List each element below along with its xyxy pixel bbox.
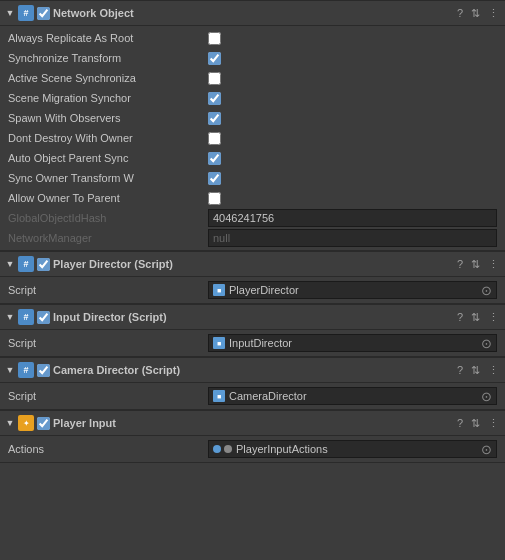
- row-auto-object-parent: Auto Object Parent Sync: [0, 148, 505, 168]
- input-director-chevron[interactable]: ▼: [4, 311, 16, 323]
- player-input-header: ▼ ✦ Player Input ? ⇅ ⋮: [0, 410, 505, 436]
- row-always-replicate: Always Replicate As Root: [0, 28, 505, 48]
- player-input-actions: ? ⇅ ⋮: [455, 416, 501, 431]
- camera-director-component: ▼ # Camera Director (Script) ? ⇅ ⋮ Scrip…: [0, 357, 505, 410]
- camera-director-help-btn[interactable]: ?: [455, 363, 465, 377]
- sync-transform-checkbox[interactable]: [208, 52, 221, 65]
- scene-migration-checkbox[interactable]: [208, 92, 221, 105]
- player-director-script-name: PlayerDirector: [229, 284, 475, 296]
- input-director-settings-btn[interactable]: ⇅: [469, 310, 482, 325]
- global-object-id-value: 4046241756: [208, 209, 497, 227]
- player-input-settings-btn[interactable]: ⇅: [469, 416, 482, 431]
- row-network-manager: NetworkManager null: [0, 228, 505, 248]
- camera-director-chevron[interactable]: ▼: [4, 364, 16, 376]
- dont-destroy-checkbox[interactable]: [208, 132, 221, 145]
- network-object-body: Always Replicate As Root Synchronize Tra…: [0, 26, 505, 250]
- active-scene-label: Active Scene Synchroniza: [8, 72, 208, 84]
- input-director-more-btn[interactable]: ⋮: [486, 310, 501, 325]
- player-director-component: ▼ # Player Director (Script) ? ⇅ ⋮ Scrip…: [0, 251, 505, 304]
- active-scene-checkbox[interactable]: [208, 72, 221, 85]
- sync-owner-transform-value: [208, 172, 497, 185]
- spawn-observers-label: Spawn With Observers: [8, 112, 208, 124]
- auto-object-parent-value: [208, 152, 497, 165]
- player-input-circle-btn[interactable]: ⊙: [481, 442, 492, 457]
- player-director-body: Script ■ PlayerDirector ⊙: [0, 277, 505, 303]
- row-active-scene: Active Scene Synchroniza: [0, 68, 505, 88]
- player-director-script-row: Script ■ PlayerDirector ⊙: [0, 279, 505, 301]
- player-input-help-btn[interactable]: ?: [455, 416, 465, 430]
- spawn-observers-checkbox[interactable]: [208, 112, 221, 125]
- camera-director-title: Camera Director (Script): [53, 364, 455, 376]
- player-input-enable-checkbox[interactable]: [37, 417, 50, 430]
- camera-director-actions: ? ⇅ ⋮: [455, 363, 501, 378]
- network-manager-value: null: [208, 229, 497, 247]
- input-director-title: Input Director (Script): [53, 311, 455, 323]
- camera-director-circle-btn[interactable]: ⊙: [481, 389, 492, 404]
- network-object-chevron[interactable]: ▼: [4, 7, 16, 19]
- global-object-id-field: 4046241756: [208, 209, 497, 227]
- player-director-more-btn[interactable]: ⋮: [486, 257, 501, 272]
- camera-director-settings-btn[interactable]: ⇅: [469, 363, 482, 378]
- row-allow-owner-parent: Allow Owner To Parent: [0, 188, 505, 208]
- player-director-header: ▼ # Player Director (Script) ? ⇅ ⋮: [0, 251, 505, 277]
- allow-owner-parent-label: Allow Owner To Parent: [8, 192, 208, 204]
- input-director-script-row: Script ■ InputDirector ⊙: [0, 332, 505, 354]
- player-input-body: Actions PlayerInputActions ⊙: [0, 436, 505, 462]
- player-director-circle-btn[interactable]: ⊙: [481, 283, 492, 298]
- camera-director-enable-checkbox[interactable]: [37, 364, 50, 377]
- player-director-enable-checkbox[interactable]: [37, 258, 50, 271]
- scene-migration-value: [208, 92, 497, 105]
- player-director-script-value[interactable]: ■ PlayerDirector ⊙: [208, 281, 497, 299]
- spawn-observers-value: [208, 112, 497, 125]
- sync-owner-transform-checkbox[interactable]: [208, 172, 221, 185]
- input-director-enable-checkbox[interactable]: [37, 311, 50, 324]
- auto-object-parent-checkbox[interactable]: [208, 152, 221, 165]
- network-object-more-btn[interactable]: ⋮: [486, 6, 501, 21]
- camera-director-icon: #: [18, 362, 34, 378]
- player-director-help-btn[interactable]: ?: [455, 257, 465, 271]
- camera-director-more-btn[interactable]: ⋮: [486, 363, 501, 378]
- player-director-chevron[interactable]: ▼: [4, 258, 16, 270]
- network-object-enable-checkbox[interactable]: [37, 7, 50, 20]
- action-dot-1: [213, 445, 221, 453]
- allow-owner-parent-value: [208, 192, 497, 205]
- global-object-id-label: GlobalObjectIdHash: [8, 212, 208, 224]
- network-object-help-btn[interactable]: ?: [455, 6, 465, 20]
- network-object-icon: #: [18, 5, 34, 21]
- camera-director-script-name: CameraDirector: [229, 390, 475, 402]
- camera-director-script-row: Script ■ CameraDirector ⊙: [0, 385, 505, 407]
- input-director-circle-btn[interactable]: ⊙: [481, 336, 492, 351]
- player-input-actions-label: Actions: [8, 443, 208, 455]
- camera-director-header: ▼ # Camera Director (Script) ? ⇅ ⋮: [0, 357, 505, 383]
- sync-owner-transform-label: Sync Owner Transform W: [8, 172, 208, 184]
- always-replicate-checkbox[interactable]: [208, 32, 221, 45]
- player-director-script-icon: ■: [213, 284, 225, 296]
- row-spawn-observers: Spawn With Observers: [0, 108, 505, 128]
- player-director-settings-btn[interactable]: ⇅: [469, 257, 482, 272]
- always-replicate-label: Always Replicate As Root: [8, 32, 208, 44]
- input-director-script-label: Script: [8, 337, 208, 349]
- scene-migration-label: Scene Migration Synchor: [8, 92, 208, 104]
- player-director-title: Player Director (Script): [53, 258, 455, 270]
- player-input-icon: ✦: [18, 415, 34, 431]
- sync-transform-value: [208, 52, 497, 65]
- camera-director-script-icon: ■: [213, 390, 225, 402]
- input-director-icon: #: [18, 309, 34, 325]
- input-director-help-btn[interactable]: ?: [455, 310, 465, 324]
- player-input-chevron[interactable]: ▼: [4, 417, 16, 429]
- network-manager-label: NetworkManager: [8, 232, 208, 244]
- player-input-actions-name: PlayerInputActions: [236, 443, 328, 455]
- player-input-actions-value[interactable]: PlayerInputActions ⊙: [208, 440, 497, 458]
- player-input-component: ▼ ✦ Player Input ? ⇅ ⋮ Actions PlayerInp…: [0, 410, 505, 463]
- row-sync-transform: Synchronize Transform: [0, 48, 505, 68]
- action-dot-2: [224, 445, 232, 453]
- input-director-script-value[interactable]: ■ InputDirector ⊙: [208, 334, 497, 352]
- allow-owner-parent-checkbox[interactable]: [208, 192, 221, 205]
- input-director-header: ▼ # Input Director (Script) ? ⇅ ⋮: [0, 304, 505, 330]
- camera-director-script-value[interactable]: ■ CameraDirector ⊙: [208, 387, 497, 405]
- network-object-settings-btn[interactable]: ⇅: [469, 6, 482, 21]
- network-manager-field: null: [208, 229, 497, 247]
- player-input-actions-row: Actions PlayerInputActions ⊙: [0, 438, 505, 460]
- player-input-more-btn[interactable]: ⋮: [486, 416, 501, 431]
- network-object-actions: ? ⇅ ⋮: [455, 6, 501, 21]
